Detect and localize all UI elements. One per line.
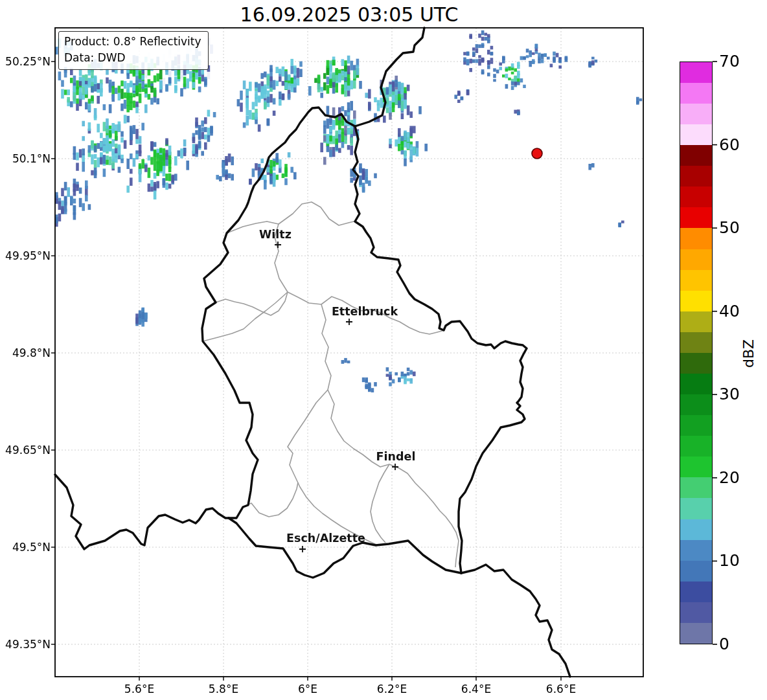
map-title: 16.09.2025 03:05 UTC bbox=[55, 3, 643, 26]
lat-tick-label: 49.5°N bbox=[0, 541, 51, 554]
colorbar bbox=[680, 62, 713, 644]
colorbar-segment bbox=[680, 332, 712, 353]
product-info-line: Product: 0.8° Reflectivity bbox=[64, 34, 201, 50]
colorbar-tick-label: 30 bbox=[719, 385, 740, 404]
colorbar-segment bbox=[680, 540, 712, 561]
colorbar-segment bbox=[680, 186, 712, 207]
lon-tick-label: 5.6°E bbox=[110, 683, 168, 695]
colorbar-segment bbox=[680, 477, 712, 498]
colorbar-tick-label: 50 bbox=[719, 218, 740, 238]
colorbar-tick-label: 60 bbox=[719, 135, 740, 155]
colorbar-segment bbox=[680, 291, 712, 311]
colorbar-segment bbox=[680, 228, 712, 249]
city-label: Ettelbruck bbox=[332, 305, 398, 318]
colorbar-segment bbox=[680, 581, 712, 602]
colorbar-segment bbox=[680, 602, 712, 623]
colorbar-segment bbox=[680, 519, 712, 540]
border-layer bbox=[0, 0, 767, 700]
colorbar-segment bbox=[680, 415, 712, 436]
colorbar-segment bbox=[680, 104, 712, 124]
lat-tick-label: 49.95°N bbox=[0, 249, 51, 262]
colorbar-segment bbox=[680, 374, 712, 394]
colorbar-segment bbox=[680, 124, 712, 145]
product-info-box: Product: 0.8° Reflectivity Data: DWD bbox=[58, 31, 209, 70]
lat-tick-label: 50.1°N bbox=[0, 152, 51, 165]
colorbar-tick-label: 20 bbox=[719, 468, 740, 488]
colorbar-segment bbox=[680, 394, 712, 415]
colorbar-segment bbox=[680, 62, 712, 83]
city-label: Wiltz bbox=[259, 228, 292, 241]
colorbar-segment bbox=[680, 561, 712, 581]
colorbar-segment bbox=[680, 249, 712, 270]
lon-tick-label: 6°E bbox=[279, 683, 337, 695]
city-label: Findel bbox=[376, 450, 416, 463]
lon-tick-label: 5.8°E bbox=[194, 683, 253, 695]
colorbar-segment bbox=[680, 623, 712, 644]
colorbar-segment bbox=[680, 83, 712, 104]
lon-tick-label: 6.2°E bbox=[363, 683, 421, 695]
colorbar-tick-label: 70 bbox=[719, 52, 740, 71]
lat-tick-label: 49.35°N bbox=[0, 638, 51, 651]
colorbar-segment bbox=[680, 145, 712, 166]
colorbar-segment bbox=[680, 270, 712, 291]
colorbar-tick-label: 10 bbox=[719, 551, 740, 570]
lon-tick-label: 6.4°E bbox=[447, 683, 505, 695]
colorbar-segment bbox=[680, 311, 712, 332]
colorbar-tick-label: 40 bbox=[719, 302, 740, 321]
lon-tick-label: 6.6°E bbox=[532, 683, 590, 695]
city-label: Esch/Alzette bbox=[286, 532, 365, 545]
data-source-line: Data: DWD bbox=[64, 50, 201, 66]
colorbar-segment bbox=[680, 436, 712, 457]
colorbar-tick-label: 0 bbox=[719, 635, 729, 654]
lat-tick-label: 50.25°N bbox=[0, 55, 51, 68]
colorbar-segment bbox=[680, 166, 712, 186]
colorbar-axis-label: dBZ bbox=[740, 334, 760, 373]
gridline-layer bbox=[0, 0, 767, 700]
colorbar-segment bbox=[680, 457, 712, 477]
radar-echo-layer bbox=[55, 28, 643, 677]
colorbar-segment bbox=[680, 207, 712, 228]
colorbar-segment bbox=[680, 498, 712, 519]
radar-map-view: 16.09.2025 03:05 UTC WiltzEttelbruckFind… bbox=[0, 0, 767, 700]
lat-tick-label: 49.8°N bbox=[0, 346, 51, 359]
colorbar-segment bbox=[680, 353, 712, 374]
lat-tick-label: 49.65°N bbox=[0, 444, 51, 457]
